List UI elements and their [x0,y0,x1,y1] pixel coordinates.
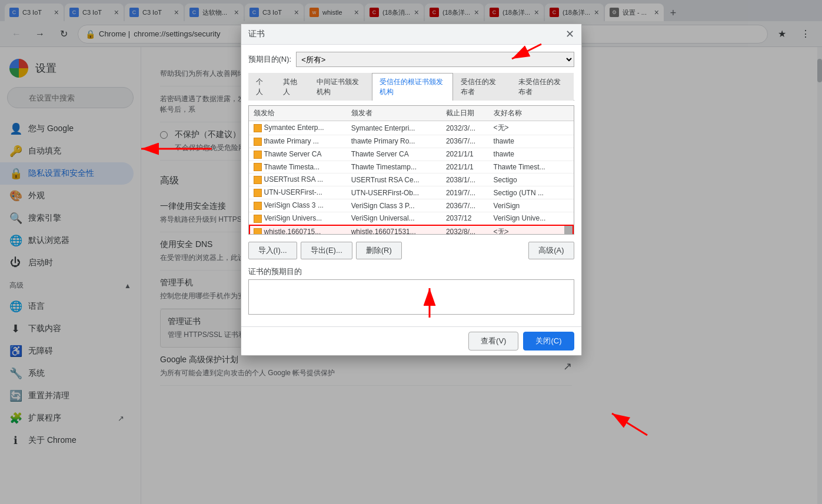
cert-name-whistle: <无> [489,225,564,235]
col-issued-to: 颁发给 [249,106,347,121]
dialog-header: 证书 ✕ [241,24,581,45]
dialog-body: 预期目的(N): <所有> 个人 其他人 中间证书颁发机构 受信任的根证书颁发机… [241,45,581,326]
dialog-close-button[interactable]: ✕ [565,29,574,39]
cert-issued-thawte-primary: thawte Primary ... [249,135,347,148]
cert-issuer-verisign-class3: VeriSign Class 3 P... [347,199,441,212]
cert-scroll-symantec [564,121,574,135]
cert-issuer-thawte-server: Thawte Server CA [347,148,441,161]
cert-scroll-utn [564,186,574,199]
cert-scroll-whistle [564,225,574,235]
col-issuer: 颁发者 [347,106,441,121]
dialog-footer: 查看(V) 关闭(C) [241,326,581,355]
cert-issued-utn: UTN-USERFirst-... [249,186,347,199]
cert-scroll-verisign-universal [564,212,574,225]
cert-tab-untrusted[interactable]: 未受信任的发布者 [511,73,574,101]
cert-expiry-verisign-universal: 2037/12 [441,212,489,225]
cert-row-thawte-primary[interactable]: thawte Primary ... thawte Primary Ro... … [249,135,574,148]
cert-row-usertrust[interactable]: USERTrust RSA ... USERTrust RSA Ce... 20… [249,173,574,186]
cert-issued-symantec: Symantec Enterp... [249,121,347,135]
cert-tabs: 个人 其他人 中间证书颁发机构 受信任的根证书颁发机构 受信任的发布者 未受信任… [248,73,574,101]
import-button[interactable]: 导入(I)... [248,242,297,259]
delete-button[interactable]: 删除(R) [356,242,402,259]
cert-name-verisign-universal: VeriSign Unive... [489,212,564,225]
cert-row-verisign-universal[interactable]: VeriSign Univers... VeriSign Universal..… [249,212,574,225]
cert-table-container[interactable]: 颁发给 颁发者 截止日期 友好名称 Symantec Enterp... Sym… [248,105,574,235]
cert-name-symantec: <无> [489,121,564,135]
certificate-dialog: 证书 ✕ 预期目的(N): <所有> 个人 其他人 中间证书颁发机构 受信任的根… [241,24,582,356]
cert-expiry-whistle: 2032/8/... [441,225,489,235]
dialog-overlay: 证书 ✕ 预期目的(N): <所有> 个人 其他人 中间证书颁发机构 受信任的根… [0,0,822,504]
cert-issuer-thawte-primary: thawte Primary Ro... [347,135,441,148]
cert-issuer-verisign-universal: VeriSign Universal... [347,212,441,225]
cert-row-thawte-server[interactable]: Thawte Server CA Thawte Server CA 2021/1… [249,148,574,161]
cert-issued-whistle: whistle.1660715... [249,225,347,235]
cert-tab-others[interactable]: 其他人 [275,73,309,101]
cert-table-header-row: 颁发给 颁发者 截止日期 友好名称 [249,106,574,121]
cert-issued-thawte-server: Thawte Server CA [249,148,347,161]
cert-issued-usertrust: USERTrust RSA ... [249,173,347,186]
cert-issuer-utn: UTN-USERFirst-Ob... [347,186,441,199]
cert-issued-verisign-class3: VeriSign Class 3 ... [249,199,347,212]
cert-issuer-usertrust: USERTrust RSA Ce... [347,173,441,186]
cert-issuer-symantec: Symantec Enterpri... [347,121,441,135]
cert-tab-intermediate[interactable]: 中间证书颁发机构 [309,73,372,101]
cert-issuer-whistle: whistle.166071531... [347,225,441,235]
cert-action-buttons: 导入(I)... 导出(E)... 删除(R) 高级(A) [248,239,574,262]
cert-expiry-thawte-primary: 2036/7/... [441,135,489,148]
cert-table: 颁发给 颁发者 截止日期 友好名称 Symantec Enterp... Sym… [249,106,574,235]
cert-issued-verisign-universal: VeriSign Univers... [249,212,347,225]
view-button[interactable]: 查看(V) [468,332,518,351]
cert-scroll-usertrust [564,173,574,186]
cert-name-thawte-server: thawte [489,148,564,161]
cert-name-thawte-primary: thawte [489,135,564,148]
col-name: 友好名称 [489,106,564,121]
cert-scroll-thawte-primary [564,135,574,148]
cert-issued-thawte-timestamp: Thawte Timesta... [249,161,347,173]
export-button[interactable]: 导出(E)... [301,242,352,259]
cert-expiry-usertrust: 2038/1/... [441,173,489,186]
cert-name-usertrust: Sectigo [489,173,564,186]
cert-issuer-thawte-timestamp: Thawte Timestamp... [347,161,441,173]
cert-purpose-label: 证书的预期目的 [248,266,574,277]
cert-row-symantec[interactable]: Symantec Enterp... Symantec Enterpri... … [249,121,574,135]
cert-purpose-box [248,279,574,315]
purpose-select[interactable]: <所有> [296,52,574,67]
col-scrollbar [564,106,574,121]
cert-name-utn: Sectigo (UTN ... [489,186,564,199]
cert-row-verisign-class3[interactable]: VeriSign Class 3 ... VeriSign Class 3 P.… [249,199,574,212]
purpose-row: 预期目的(N): <所有> [248,52,574,67]
cert-scroll-verisign-class3 [564,199,574,212]
cert-name-verisign-class3: VeriSign [489,199,564,212]
cert-scroll-thawte-timestamp [564,161,574,173]
close-button[interactable]: 关闭(C) [523,332,574,351]
cert-expiry-verisign-class3: 2036/7/... [441,199,489,212]
cert-expiry-thawte-server: 2021/1/1 [441,148,489,161]
cert-purpose-section: 证书的预期目的 [248,266,574,315]
cert-expiry-thawte-timestamp: 2021/1/1 [441,161,489,173]
cert-scroll-thawte-server [564,148,574,161]
cert-tab-trusted-publisher[interactable]: 受信任的发布者 [453,73,510,101]
cert-expiry-symantec: 2032/3/... [441,121,489,135]
col-expiry: 截止日期 [441,106,489,121]
cert-row-utn[interactable]: UTN-USERFirst-... UTN-USERFirst-Ob... 20… [249,186,574,199]
purpose-label: 预期目的(N): [248,54,292,65]
cert-row-thawte-timestamp[interactable]: Thawte Timesta... Thawte Timestamp... 20… [249,161,574,173]
cert-expiry-utn: 2019/7/... [441,186,489,199]
cert-name-thawte-timestamp: Thawte Timest... [489,161,564,173]
cert-tab-personal[interactable]: 个人 [248,73,275,101]
cert-table-body: Symantec Enterp... Symantec Enterpri... … [249,121,574,235]
cert-row-whistle[interactable]: whistle.1660715... whistle.166071531... … [249,225,574,235]
cert-tab-trusted-root[interactable]: 受信任的根证书颁发机构 [372,73,453,101]
advanced-button[interactable]: 高级(A) [528,242,574,259]
dialog-title: 证书 [248,29,265,39]
